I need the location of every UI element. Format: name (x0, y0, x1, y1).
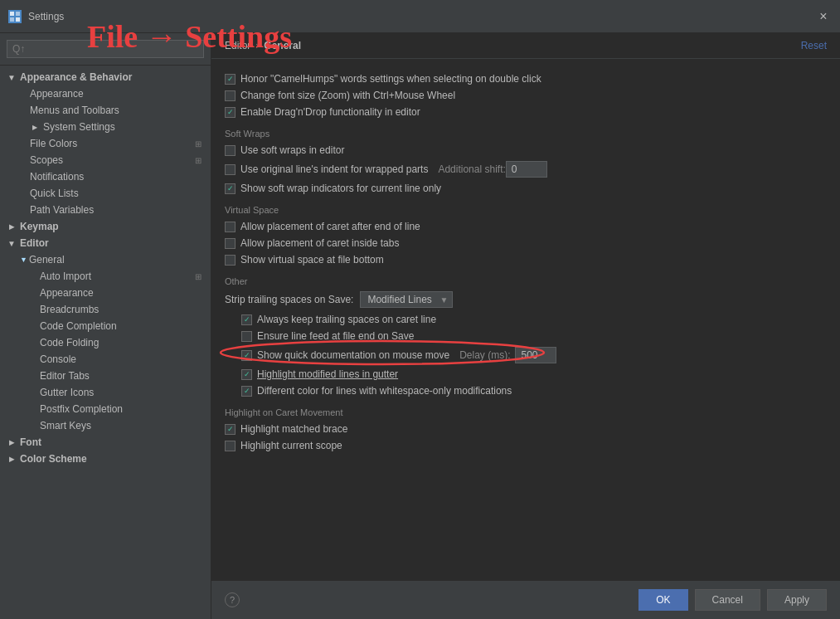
sidebar-item-system-settings[interactable]: ▶ System Settings (0, 119, 211, 135)
search-input[interactable] (7, 40, 204, 58)
sidebar-item-code-folding[interactable]: Code Folding (0, 334, 211, 351)
sidebar-tree: ▼ Appearance & Behavior Appearance Menus… (0, 66, 211, 619)
checkbox-show-indicators[interactable] (225, 183, 235, 194)
svg-rect-2 (16, 12, 20, 16)
sidebar-item-notifications[interactable]: Notifications (0, 168, 211, 185)
sidebar-group-color-scheme[interactable]: ▶ Color Scheme (0, 451, 211, 467)
sidebar-group-appearance-behavior[interactable]: ▼ Appearance & Behavior (0, 69, 211, 85)
sidebar-group-editor[interactable]: ▼ Editor (0, 235, 211, 251)
sidebar-group-font[interactable]: ▶ Font (0, 434, 211, 451)
sidebar-item-label: Path Variables (30, 204, 94, 216)
sidebar-item-gutter-icons[interactable]: Gutter Icons (0, 384, 211, 401)
content-scroll: Honor "CamelHumps" words settings when s… (211, 59, 840, 580)
expand-arrow-color-scheme: ▶ (7, 454, 17, 464)
checkbox-camelhumps[interactable] (225, 74, 235, 85)
strip-trailing-dropdown[interactable]: None All Modified Lines (360, 291, 453, 308)
sidebar-item-appearance[interactable]: Appearance (0, 85, 211, 102)
checkbox-highlight-modified-row: Highlight modified lines in gutter (225, 368, 827, 381)
checkbox-ensure-line-feed-row: Ensure line feed at file end on Save (225, 329, 827, 343)
sidebar-item-menus-toolbars[interactable]: Menus and Toolbars (0, 102, 211, 119)
checkbox-highlight-current-scope-row: Highlight current scope (225, 439, 827, 452)
checkbox-quick-doc-row: Show quick documentation on mouse move D… (225, 346, 827, 364)
sidebar-item-label: Appearance (30, 88, 84, 100)
checkbox-ensure-line-feed-label: Ensure line feed at file end on Save (257, 330, 414, 342)
general-expand-arrow: ▼ (20, 256, 27, 264)
sidebar-item-general[interactable]: ▼ General (0, 251, 211, 268)
breadcrumb: Editor › General (225, 40, 301, 51)
breadcrumb-current: General (264, 40, 301, 51)
checkbox-use-soft-wraps[interactable] (225, 145, 235, 156)
cancel-button[interactable]: Cancel (695, 589, 760, 611)
sidebar: ▼ Appearance & Behavior Appearance Menus… (0, 33, 211, 619)
sidebar-item-label: Gutter Icons (40, 387, 94, 398)
checkbox-caret-inside-tabs[interactable] (225, 238, 235, 249)
checkbox-caret-after-end[interactable] (225, 222, 235, 232)
checkbox-camelhumps-label: Honor "CamelHumps" words settings when s… (240, 73, 541, 85)
checkbox-highlight-modified-label: Highlight modified lines in gutter (257, 368, 398, 380)
breadcrumb-parent: Editor (225, 40, 250, 51)
help-button[interactable]: ? (225, 592, 240, 607)
checkbox-drag-drop-row: Enable Drag'n'Drop functionality in edit… (225, 105, 827, 119)
sidebar-item-breadcrumbs[interactable]: Breadcrumbs (0, 301, 211, 318)
close-button[interactable]: × (815, 8, 832, 25)
svg-rect-3 (10, 17, 14, 22)
strip-trailing-label: Strip trailing spaces on Save: (225, 294, 353, 305)
sidebar-item-quick-lists[interactable]: Quick Lists (0, 185, 211, 202)
delay-input[interactable] (515, 347, 556, 363)
checkbox-ensure-line-feed[interactable] (241, 331, 252, 342)
delay-label: Delay (ms): (459, 349, 510, 361)
additional-shift-input[interactable] (506, 161, 547, 178)
breadcrumb-separator: › (255, 40, 259, 51)
reset-link[interactable]: Reset (801, 40, 827, 51)
strip-trailing-dropdown-wrapper: None All Modified Lines ▼ (360, 291, 453, 308)
sidebar-item-label: Console (40, 353, 76, 365)
sidebar-item-path-variables[interactable]: Path Variables (0, 202, 211, 218)
checkbox-different-color[interactable] (241, 386, 252, 397)
apply-button[interactable]: Apply (767, 589, 827, 611)
checkbox-caret-inside-tabs-row: Allow placement of caret inside tabs (225, 236, 827, 250)
app-icon (8, 10, 22, 23)
checkbox-drag-drop-label: Enable Drag'n'Drop functionality in edit… (240, 106, 420, 118)
checkbox-highlight-modified[interactable] (241, 369, 252, 380)
ok-button[interactable]: OK (638, 589, 687, 611)
checkbox-change-font[interactable] (225, 90, 235, 101)
sidebar-item-label: Notifications (30, 171, 84, 183)
checkbox-virtual-space-bottom[interactable] (225, 255, 235, 266)
checkbox-caret-after-end-label: Allow placement of caret after end of li… (240, 221, 420, 232)
expand-arrow-editor: ▼ (7, 238, 17, 248)
highlight-caret-section-label: Highlight on Caret Movement (225, 407, 827, 417)
checkbox-different-color-label: Different color for lines with whitespac… (257, 385, 512, 397)
strip-trailing-row: Strip trailing spaces on Save: None All … (225, 291, 827, 308)
sidebar-item-console[interactable]: Console (0, 351, 211, 368)
checkbox-quick-doc-label: Show quick documentation on mouse move (257, 349, 449, 361)
checkbox-original-indent[interactable] (225, 164, 235, 175)
sidebar-item-auto-import[interactable]: Auto Import ⊞ (0, 268, 211, 285)
sidebar-item-file-colors[interactable]: File Colors ⊞ (0, 135, 211, 152)
sidebar-item-label: Appearance (40, 287, 94, 299)
sidebar-item-label: General (29, 254, 65, 266)
expand-arrow-system-settings: ▶ (30, 122, 40, 132)
sidebar-item-appearance-sub[interactable]: Appearance (0, 285, 211, 301)
sidebar-group-keymap[interactable]: ▶ Keymap (0, 218, 211, 235)
checkbox-highlight-current-scope[interactable] (225, 441, 235, 451)
window-title: Settings (28, 11, 64, 22)
checkbox-highlight-matched-brace[interactable] (225, 424, 235, 435)
sidebar-item-smart-keys[interactable]: Smart Keys (0, 417, 211, 434)
sidebar-item-label: File Colors (30, 138, 192, 149)
sidebar-item-label: Breadcrumbs (40, 304, 99, 315)
sidebar-item-label: Postfix Completion (40, 403, 123, 415)
svg-rect-1 (10, 12, 14, 16)
checkbox-different-color-row: Different color for lines with whitespac… (225, 384, 827, 397)
sidebar-item-code-completion[interactable]: Code Completion (0, 318, 211, 334)
additional-shift-label: Additional shift: (438, 163, 505, 175)
sidebar-item-postfix-completion[interactable]: Postfix Completion (0, 401, 211, 417)
sidebar-item-editor-tabs[interactable]: Editor Tabs (0, 368, 211, 384)
checkbox-highlight-current-scope-label: Highlight current scope (240, 440, 342, 451)
checkbox-keep-trailing[interactable] (241, 314, 252, 325)
checkbox-quick-doc[interactable] (241, 350, 252, 361)
svg-rect-4 (16, 17, 20, 22)
content-area: Editor › General Reset Honor "CamelHumps… (211, 33, 840, 619)
checkbox-drag-drop[interactable] (225, 107, 235, 118)
sidebar-item-label: Code Folding (40, 337, 99, 348)
sidebar-item-scopes[interactable]: Scopes ⊞ (0, 152, 211, 168)
